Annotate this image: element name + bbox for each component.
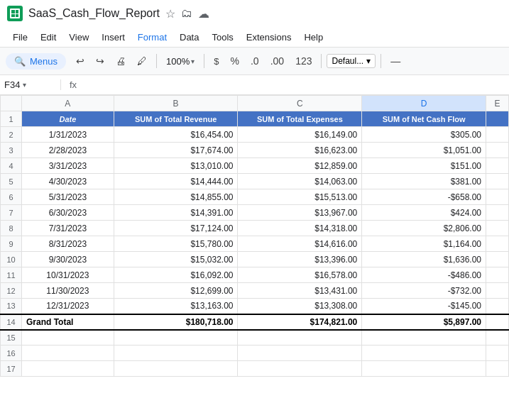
- revenue-cell[interactable]: $14,444.00: [114, 174, 238, 189]
- revenue-cell[interactable]: $14,855.00: [114, 189, 238, 205]
- cell-b17[interactable]: [114, 361, 238, 377]
- netcash-cell[interactable]: $151.00: [362, 158, 486, 174]
- date-cell[interactable]: 3/31/2023: [22, 158, 114, 174]
- netcash-cell[interactable]: $381.00: [362, 174, 486, 189]
- percent-button[interactable]: %: [226, 52, 243, 70]
- expenses-cell[interactable]: $12,859.00: [238, 158, 362, 174]
- cell-a15[interactable]: [22, 330, 114, 346]
- expenses-cell[interactable]: $13,967.00: [238, 205, 362, 221]
- col-header-c[interactable]: C: [238, 96, 362, 111]
- header-netcash[interactable]: SUM of Net Cash Flow: [362, 111, 486, 127]
- date-cell[interactable]: 8/31/2023: [22, 236, 114, 252]
- date-cell[interactable]: 7/31/2023: [22, 221, 114, 236]
- date-cell[interactable]: 10/31/2023: [22, 267, 114, 283]
- revenue-cell[interactable]: $12,699.00: [114, 283, 238, 299]
- cloud-icon[interactable]: ☁: [198, 7, 209, 21]
- doc-title[interactable]: SaaS_Cash_Flow_Report: [28, 7, 160, 20]
- revenue-cell[interactable]: $14,391.00: [114, 205, 238, 221]
- menu-edit[interactable]: Edit: [35, 30, 62, 45]
- expenses-cell[interactable]: $13,396.00: [238, 252, 362, 267]
- dec-right-button[interactable]: .00: [266, 52, 288, 70]
- folder-icon[interactable]: 🗂: [181, 7, 192, 20]
- header-revenue[interactable]: SUM of Total Revenue: [114, 111, 238, 127]
- revenue-cell[interactable]: $13,163.00: [114, 299, 238, 314]
- col-header-b[interactable]: B: [114, 96, 238, 111]
- header-expenses[interactable]: SUM of Total Expenses: [238, 111, 362, 127]
- minus-button[interactable]: —: [386, 52, 405, 70]
- date-cell[interactable]: 4/30/2023: [22, 174, 114, 189]
- grand-total-expenses[interactable]: $174,821.00: [238, 314, 362, 330]
- cell-a16[interactable]: [22, 346, 114, 361]
- col-header-a[interactable]: A: [22, 96, 114, 111]
- menu-extensions[interactable]: Extensions: [241, 30, 297, 45]
- cell-c15[interactable]: [238, 330, 362, 346]
- cell-d16[interactable]: [362, 346, 486, 361]
- expenses-cell[interactable]: $16,623.00: [238, 143, 362, 158]
- netcash-cell[interactable]: $1,051.00: [362, 143, 486, 158]
- zoom-control[interactable]: 100% ▾: [162, 53, 199, 70]
- cell-reference[interactable]: F34: [4, 79, 20, 90]
- menu-insert[interactable]: Insert: [96, 30, 131, 45]
- expenses-cell[interactable]: $14,616.00: [238, 236, 362, 252]
- netcash-cell[interactable]: $1,164.00: [362, 236, 486, 252]
- expenses-cell[interactable]: $14,063.00: [238, 174, 362, 189]
- date-cell[interactable]: 2/28/2023: [22, 143, 114, 158]
- cell-c16[interactable]: [238, 346, 362, 361]
- menu-data[interactable]: Data: [174, 30, 204, 45]
- date-cell[interactable]: 11/30/2023: [22, 283, 114, 299]
- revenue-cell[interactable]: $15,780.00: [114, 236, 238, 252]
- undo-button[interactable]: ↩: [72, 52, 89, 70]
- netcash-cell[interactable]: -$732.00: [362, 283, 486, 299]
- redo-button[interactable]: ↪: [92, 52, 109, 70]
- menu-file[interactable]: File: [7, 30, 33, 45]
- revenue-cell[interactable]: $15,032.00: [114, 252, 238, 267]
- print-button[interactable]: 🖨: [111, 52, 130, 70]
- grand-total-label[interactable]: Grand Total: [22, 314, 114, 330]
- menu-tools[interactable]: Tools: [206, 30, 239, 45]
- netcash-cell[interactable]: $305.00: [362, 127, 486, 143]
- netcash-cell[interactable]: $2,806.00: [362, 221, 486, 236]
- grand-total-netcash[interactable]: $5,897.00: [362, 314, 486, 330]
- expenses-cell[interactable]: $16,578.00: [238, 267, 362, 283]
- header-date[interactable]: Date: [22, 111, 114, 127]
- col-header-e[interactable]: E: [486, 96, 509, 111]
- netcash-cell[interactable]: $1,636.00: [362, 252, 486, 267]
- date-cell[interactable]: 1/31/2023: [22, 127, 114, 143]
- menus-button[interactable]: 🔍 Menus: [6, 53, 66, 70]
- cell-c17[interactable]: [238, 361, 362, 377]
- menu-help[interactable]: Help: [298, 30, 329, 45]
- expenses-cell[interactable]: $16,149.00: [238, 127, 362, 143]
- date-cell[interactable]: 12/31/2023: [22, 299, 114, 314]
- col-header-d[interactable]: D: [362, 96, 486, 111]
- revenue-cell[interactable]: $13,010.00: [114, 158, 238, 174]
- expenses-cell[interactable]: $13,431.00: [238, 283, 362, 299]
- font-dropdown[interactable]: Defaul... ▾: [327, 54, 376, 68]
- dec-left-button[interactable]: .0: [246, 52, 263, 70]
- paint-format-button[interactable]: 🖊: [133, 52, 151, 70]
- cell-a17[interactable]: [22, 361, 114, 377]
- revenue-cell[interactable]: $16,092.00: [114, 267, 238, 283]
- revenue-cell[interactable]: $16,454.00: [114, 127, 238, 143]
- revenue-cell[interactable]: $17,124.00: [114, 221, 238, 236]
- expenses-cell[interactable]: $13,308.00: [238, 299, 362, 314]
- date-cell[interactable]: 9/30/2023: [22, 252, 114, 267]
- date-cell[interactable]: 6/30/2023: [22, 205, 114, 221]
- cell-b15[interactable]: [114, 330, 238, 346]
- cell-b16[interactable]: [114, 346, 238, 361]
- grand-total-revenue[interactable]: $180,718.00: [114, 314, 238, 330]
- expenses-cell[interactable]: $14,318.00: [238, 221, 362, 236]
- date-cell[interactable]: 5/31/2023: [22, 189, 114, 205]
- cell-d15[interactable]: [362, 330, 486, 346]
- revenue-cell[interactable]: $17,674.00: [114, 143, 238, 158]
- expenses-cell[interactable]: $15,513.00: [238, 189, 362, 205]
- netcash-cell[interactable]: -$145.00: [362, 299, 486, 314]
- currency-button[interactable]: $: [209, 53, 223, 70]
- cell-d17[interactable]: [362, 361, 486, 377]
- menu-view[interactable]: View: [63, 30, 94, 45]
- netcash-cell[interactable]: -$658.00: [362, 189, 486, 205]
- netcash-cell[interactable]: -$486.00: [362, 267, 486, 283]
- menu-format[interactable]: Format: [132, 30, 173, 45]
- netcash-cell[interactable]: $424.00: [362, 205, 486, 221]
- star-icon[interactable]: ☆: [165, 7, 175, 21]
- cell-ref-arrow[interactable]: ▾: [23, 81, 26, 89]
